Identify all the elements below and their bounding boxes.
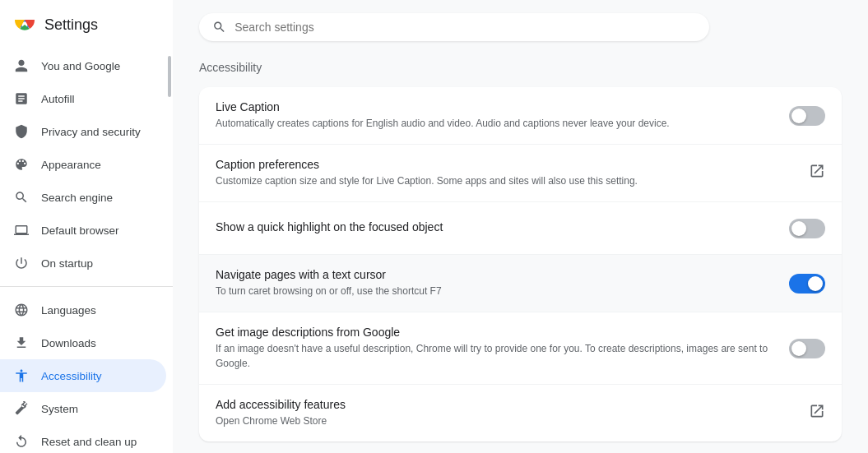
sidebar-item-search[interactable]: Search engine: [0, 181, 166, 214]
sidebar-item-label: Autofill: [41, 93, 75, 105]
toggle-live-caption[interactable]: [789, 106, 825, 126]
sidebar-item-label: You and Google: [41, 60, 120, 72]
setting-text: Get image descriptions from Google If an…: [216, 326, 789, 371]
sidebar-item-accessibility[interactable]: Accessibility: [0, 359, 166, 392]
setting-row-live-caption: Live Caption Automatically creates capti…: [199, 87, 842, 145]
setting-row-text-cursor: Navigate pages with a text cursor To tur…: [199, 255, 842, 312]
globe-icon: [13, 302, 30, 318]
sidebar-item-label: Search engine: [41, 192, 113, 204]
scroll-indicator: [168, 56, 171, 97]
setting-row-image-desc: Get image descriptions from Google If an…: [199, 312, 842, 385]
content-area: Accessibility Live Caption Automatically…: [173, 41, 868, 453]
sidebar-item-label: Downloads: [41, 337, 96, 349]
setting-text: Show a quick highlight on the focused ob…: [216, 220, 789, 236]
sidebar-item-label: Privacy and security: [41, 126, 141, 138]
receipt-icon: [13, 90, 30, 107]
toggle-text-cursor[interactable]: [789, 274, 825, 294]
sidebar-item-label: Languages: [41, 304, 96, 317]
sidebar-item-startup[interactable]: On startup: [0, 247, 166, 280]
wrench-icon: [13, 400, 30, 417]
external-link-caption-icon[interactable]: [809, 163, 825, 183]
sidebar-item-autofill[interactable]: Autofill: [0, 82, 166, 115]
person-icon: [13, 58, 30, 74]
sidebar-item-reset[interactable]: Reset and clean up: [0, 425, 166, 453]
setting-text: Navigate pages with a text cursor To tur…: [216, 268, 789, 298]
sidebar-item-downloads[interactable]: Downloads: [0, 326, 166, 359]
chrome-logo-icon: [13, 13, 36, 36]
setting-desc: Automatically creates captions for Engli…: [216, 116, 773, 131]
sidebar-header: Settings: [0, 7, 173, 49]
sidebar-item-label: On startup: [41, 257, 93, 270]
sidebar: Settings You and Google Autofill Privacy…: [0, 0, 173, 453]
shield-icon: [13, 123, 30, 140]
setting-desc: Open Chrome Web Store: [216, 414, 792, 428]
accessibility-icon: [13, 367, 30, 384]
sidebar-item-label: Appearance: [41, 159, 101, 171]
sidebar-item-label: Accessibility: [41, 370, 102, 382]
palette-icon: [13, 156, 30, 173]
search-icon: [13, 189, 30, 206]
search-icon: [212, 20, 226, 35]
sidebar-item-languages[interactable]: Languages: [0, 294, 166, 326]
monitor-icon: [13, 222, 30, 238]
settings-card: Live Caption Automatically creates capti…: [199, 87, 842, 441]
search-box: [199, 13, 709, 41]
setting-desc: Customize caption size and style for Liv…: [216, 173, 792, 188]
setting-label: Live Caption: [216, 100, 773, 113]
setting-label: Show a quick highlight on the focused ob…: [216, 220, 773, 233]
setting-label: Navigate pages with a text cursor: [216, 268, 773, 281]
setting-text: Add accessibility features Open Chrome W…: [216, 398, 809, 428]
sidebar-divider: [0, 286, 173, 287]
setting-text: Live Caption Automatically creates capti…: [216, 100, 789, 131]
sidebar-item-appearance[interactable]: Appearance: [0, 148, 166, 181]
search-input[interactable]: [234, 21, 696, 34]
external-link-add-icon[interactable]: [809, 403, 825, 423]
top-bar: [173, 0, 868, 41]
sidebar-title: Settings: [44, 16, 98, 34]
setting-label: Get image descriptions from Google: [216, 326, 773, 339]
sidebar-item-label: System: [41, 403, 78, 415]
power-icon: [13, 255, 30, 271]
sidebar-item-label: Default browser: [41, 224, 119, 237]
setting-text: Caption preferences Customize caption si…: [216, 158, 809, 188]
reset-icon: [13, 433, 30, 450]
sidebar-item-you-google[interactable]: You and Google: [0, 49, 166, 82]
sidebar-item-privacy[interactable]: Privacy and security: [0, 115, 166, 148]
setting-label: Caption preferences: [216, 158, 792, 171]
sidebar-item-default-browser[interactable]: Default browser: [0, 214, 166, 247]
download-icon: [13, 335, 30, 351]
setting-desc: If an image doesn't have a useful descri…: [216, 341, 773, 371]
setting-label: Add accessibility features: [216, 398, 792, 411]
section-title: Accessibility: [199, 61, 842, 74]
sidebar-item-label: Reset and clean up: [41, 436, 137, 448]
toggle-highlight[interactable]: [789, 219, 825, 238]
setting-row-add-features: Add accessibility features Open Chrome W…: [199, 385, 842, 441]
toggle-image-desc[interactable]: [789, 339, 825, 358]
sidebar-item-system[interactable]: System: [0, 392, 166, 425]
setting-row-caption-prefs: Caption preferences Customize caption si…: [199, 145, 842, 202]
setting-desc: To turn caret browsing on or off, use th…: [216, 284, 773, 298]
setting-row-highlight: Show a quick highlight on the focused ob…: [199, 202, 842, 255]
